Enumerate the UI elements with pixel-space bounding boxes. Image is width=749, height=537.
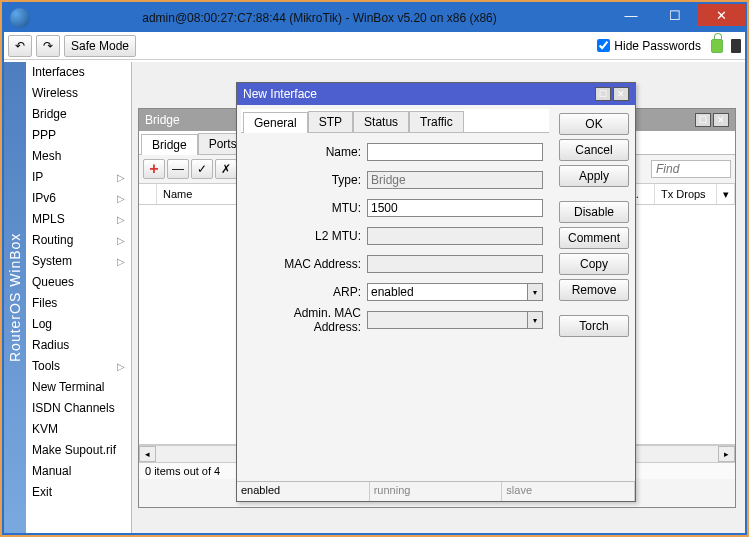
name-label: Name: (247, 145, 367, 159)
redo-button[interactable]: ↷ (36, 35, 60, 57)
arp-input[interactable] (367, 283, 528, 301)
mac-label: MAC Address: (247, 257, 367, 271)
sidebar: RouterOS WinBox InterfacesWirelessBridge… (4, 62, 132, 533)
sidebar-item-ppp[interactable]: PPP (26, 125, 131, 146)
sidebar-item-label: PPP (32, 128, 56, 142)
newif-statusbar: enabled running slave (237, 481, 635, 501)
scroll-right-button[interactable]: ▸ (718, 446, 735, 462)
name-input[interactable] (367, 143, 543, 161)
expand-icon: ▷ (117, 193, 125, 204)
admin-mac-input[interactable] (367, 311, 528, 329)
copy-button[interactable]: Copy (559, 253, 629, 275)
sidebar-item-label: Tools (32, 359, 60, 373)
sidebar-item-log[interactable]: Log (26, 314, 131, 335)
col-flag[interactable] (139, 184, 157, 204)
maximize-button[interactable]: ☐ (653, 4, 697, 26)
sidebar-item-interfaces[interactable]: Interfaces (26, 62, 131, 83)
sidebar-item-queues[interactable]: Queues (26, 272, 131, 293)
mdi-area: Bridge ☐ ✕ Bridge Ports Filt + — ✓ ✗ (132, 62, 745, 533)
expand-icon: ▷ (117, 172, 125, 183)
sidebar-item-label: Queues (32, 275, 74, 289)
disable-button[interactable]: Disable (559, 201, 629, 223)
add-button[interactable]: + (143, 159, 165, 179)
tab-traffic[interactable]: Traffic (409, 111, 464, 132)
comment-button[interactable]: Comment (559, 227, 629, 249)
mac-input (367, 255, 543, 273)
bridge-close-button[interactable]: ✕ (713, 113, 729, 127)
sidebar-item-ipv6[interactable]: IPv6▷ (26, 188, 131, 209)
sidebar-item-label: Log (32, 317, 52, 331)
sidebar-item-manual[interactable]: Manual (26, 461, 131, 482)
sidebar-item-label: New Terminal (32, 380, 104, 394)
newif-form: General STP Status Traffic Name: Type: (237, 105, 553, 481)
disable-button[interactable]: ✗ (215, 159, 237, 179)
newif-close-button[interactable]: ✕ (613, 87, 629, 101)
app-window: admin@08:00:27:C7:88:44 (MikroTik) - Win… (2, 2, 747, 535)
sidebar-item-isdn-channels[interactable]: ISDN Channels (26, 398, 131, 419)
find-input[interactable] (651, 160, 731, 178)
sidebar-item-new-terminal[interactable]: New Terminal (26, 377, 131, 398)
tab-bridge[interactable]: Bridge (141, 134, 198, 155)
apply-button[interactable]: Apply (559, 165, 629, 187)
newif-restore-button[interactable]: ☐ (595, 87, 611, 101)
admin-mac-label: Admin. MAC Address: (247, 306, 367, 334)
redo-icon: ↷ (43, 39, 53, 53)
expand-icon: ▷ (117, 214, 125, 225)
sidebar-items: InterfacesWirelessBridgePPPMeshIP▷IPv6▷M… (26, 62, 131, 533)
expand-icon: ▷ (117, 235, 125, 246)
window-buttons: — ☐ ✕ (609, 4, 745, 32)
expand-icon: ▷ (117, 361, 125, 372)
safe-mode-button[interactable]: Safe Mode (64, 35, 136, 57)
tab-status[interactable]: Status (353, 111, 409, 132)
sidebar-item-label: Bridge (32, 107, 67, 121)
window-title: admin@08:00:27:C7:88:44 (MikroTik) - Win… (30, 11, 609, 25)
mtu-input[interactable] (367, 199, 543, 217)
arp-dropdown-button[interactable]: ▾ (528, 283, 543, 301)
lock-icon (711, 39, 723, 53)
titlebar: admin@08:00:27:C7:88:44 (MikroTik) - Win… (4, 4, 745, 32)
status-running: running (370, 482, 503, 501)
l2mtu-label: L2 MTU: (247, 229, 367, 243)
sidebar-item-label: MPLS (32, 212, 65, 226)
sidebar-item-ip[interactable]: IP▷ (26, 167, 131, 188)
sidebar-item-routing[interactable]: Routing▷ (26, 230, 131, 251)
hide-passwords-checkbox[interactable]: Hide Passwords (597, 39, 701, 53)
ok-button[interactable]: OK (559, 113, 629, 135)
sidebar-item-label: IP (32, 170, 43, 184)
torch-button[interactable]: Torch (559, 315, 629, 337)
main-toolbar: ↶ ↷ Safe Mode Hide Passwords (4, 32, 745, 60)
new-interface-window: New Interface ☐ ✕ General STP Status Tra… (236, 82, 636, 502)
minimize-button[interactable]: — (609, 4, 653, 26)
newif-titlebar[interactable]: New Interface ☐ ✕ (237, 83, 635, 105)
activity-led-icon (731, 39, 741, 53)
sidebar-item-radius[interactable]: Radius (26, 335, 131, 356)
cancel-button[interactable]: Cancel (559, 139, 629, 161)
arp-label: ARP: (247, 285, 367, 299)
sidebar-item-tools[interactable]: Tools▷ (26, 356, 131, 377)
sidebar-item-make-supout-rif[interactable]: Make Supout.rif (26, 440, 131, 461)
sidebar-item-mpls[interactable]: MPLS▷ (26, 209, 131, 230)
scroll-left-button[interactable]: ◂ (139, 446, 156, 462)
sidebar-item-kvm[interactable]: KVM (26, 419, 131, 440)
undo-button[interactable]: ↶ (8, 35, 32, 57)
bridge-title: Bridge (145, 113, 180, 127)
sidebar-item-system[interactable]: System▷ (26, 251, 131, 272)
remove-button[interactable]: — (167, 159, 189, 179)
workspace: RouterOS WinBox InterfacesWirelessBridge… (4, 62, 745, 533)
close-button[interactable]: ✕ (697, 4, 745, 26)
sidebar-item-bridge[interactable]: Bridge (26, 104, 131, 125)
col-menu[interactable]: ▾ (717, 184, 735, 204)
enable-button[interactable]: ✓ (191, 159, 213, 179)
sidebar-item-mesh[interactable]: Mesh (26, 146, 131, 167)
admin-mac-dropdown-button[interactable]: ▾ (528, 311, 543, 329)
tab-stp[interactable]: STP (308, 111, 353, 132)
remove-button-dlg[interactable]: Remove (559, 279, 629, 301)
col-txdrops[interactable]: Tx Drops (655, 184, 717, 204)
sidebar-item-exit[interactable]: Exit (26, 482, 131, 503)
hide-passwords-input[interactable] (597, 39, 610, 52)
tab-general[interactable]: General (243, 112, 308, 133)
sidebar-item-files[interactable]: Files (26, 293, 131, 314)
bridge-restore-button[interactable]: ☐ (695, 113, 711, 127)
sidebar-item-wireless[interactable]: Wireless (26, 83, 131, 104)
newif-title: New Interface (243, 87, 317, 101)
